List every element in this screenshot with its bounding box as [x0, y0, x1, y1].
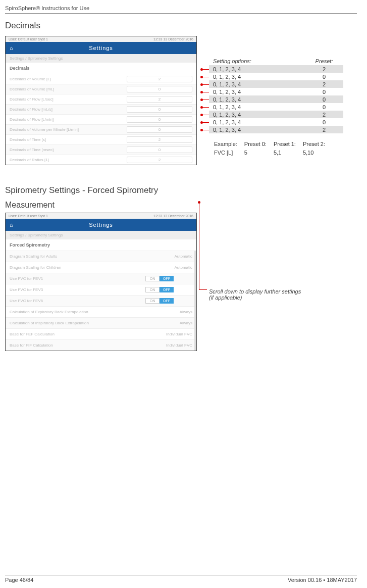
dropdown[interactable]: Always	[180, 321, 192, 325]
settings-row: Diagram Scaling for AdultsAutomatic	[6, 251, 196, 262]
settings-row: Decimals of Time [msec]0	[6, 144, 196, 155]
settings-row: Decimals of Flow [L/min]0	[6, 114, 196, 124]
toggle-on[interactable]: ON	[145, 298, 160, 304]
row-value[interactable]: 2	[127, 76, 192, 82]
row-label: Decimals of Time [msec]	[10, 148, 127, 152]
settings-row: Use FVC for FEV1ONOFF	[6, 273, 196, 284]
options-cell: 0, 1, 2, 3, 4	[213, 81, 309, 87]
row-label: Decimals of Volume [L]	[10, 77, 127, 81]
options-row: 0, 1, 2, 3, 40	[209, 95, 343, 103]
col-preset: Preset:	[309, 58, 339, 64]
row-label: Calculation of Inspiratory Back Extrapol…	[10, 321, 180, 325]
row-label: Decimals of Time [s]	[10, 137, 127, 142]
toggle[interactable]: ONOFF	[127, 276, 192, 281]
options-row: 0, 1, 2, 3, 40	[209, 73, 343, 80]
dropdown[interactable]: Individual FVC	[166, 343, 192, 348]
row-value[interactable]: 0	[127, 86, 192, 92]
toggle-on[interactable]: ON	[145, 287, 160, 292]
dropdown[interactable]: Always	[180, 310, 192, 314]
options-row: 0, 1, 2, 3, 40	[209, 118, 343, 126]
preset-cell: 0	[309, 89, 339, 95]
row-value[interactable]: 2	[127, 157, 192, 163]
example-block: Example: Preset 0: Preset 1: Preset 2: F…	[209, 139, 343, 158]
row-label: Decimals of Flow [mL/s]	[10, 107, 127, 112]
settings-row: Decimals of Time [s]2	[6, 134, 196, 144]
status-left: User: Default user Syst 1	[9, 37, 48, 41]
row-label: Base for FEF Calculation	[10, 332, 166, 336]
heading-decimals: Decimals	[5, 21, 357, 31]
preset-cell: 0	[309, 104, 339, 110]
section-head: Decimals	[6, 63, 196, 74]
home-icon[interactable]: ⌂	[10, 222, 14, 228]
row-label: Calculation of Expiratory Back Extrapola…	[10, 310, 180, 314]
preset-cell: 0	[309, 119, 339, 125]
status-right: 12:33 13 December 2016	[153, 37, 193, 41]
toggle[interactable]: ONOFF	[127, 298, 192, 304]
settings-row: Decimals of Volume [mL]0	[6, 84, 196, 94]
home-icon[interactable]: ⌂	[10, 45, 14, 51]
preset-cell: 0	[309, 96, 339, 103]
options-cell: 0, 1, 2, 3, 4	[213, 127, 309, 133]
row-label: Use FVC for FEV3	[10, 287, 127, 292]
row-label: Decimals of Ratios [1]	[10, 158, 127, 162]
forced-spiro-screenshot: User: Default user Syst 1 12:33 13 Decem…	[5, 213, 197, 351]
options-cell: 0, 1, 2, 3, 4	[213, 112, 309, 118]
titlebar-text: Settings	[89, 45, 113, 51]
toggle-off[interactable]: OFF	[160, 298, 174, 304]
page-number: Page 46/84	[5, 577, 33, 583]
row-label: Decimals of Volume [mL]	[10, 87, 127, 91]
row-value[interactable]: 0	[127, 116, 192, 123]
options-cell: 0, 1, 2, 3, 4	[213, 89, 309, 95]
toggle-off[interactable]: OFF	[160, 287, 174, 292]
options-row: 0, 1, 2, 3, 40	[209, 103, 343, 111]
settings-row: Decimals of Volume [L]2	[6, 74, 196, 84]
doc-header: SpiroSphere® Instructions for Use	[5, 5, 357, 14]
settings-row: Decimals of Flow [mL/s]0	[6, 104, 196, 114]
row-value[interactable]: 2	[127, 136, 192, 143]
scroll-note: Scroll down to display further settings …	[209, 288, 301, 301]
settings-row: Use FVC for FEV6ONOFF	[6, 295, 196, 306]
preset-cell: 2	[309, 66, 339, 72]
preset-cell: 2	[309, 112, 339, 118]
row-label: Use FVC for FEV1	[10, 276, 127, 281]
settings-row: Base for FEF CalculationIndividual FVC	[6, 328, 196, 339]
options-cell: 0, 1, 2, 3, 4	[213, 66, 309, 72]
settings-row: Decimals of Flow [L/sec]2	[6, 94, 196, 104]
toggle[interactable]: ONOFF	[127, 287, 192, 292]
options-row: 0, 1, 2, 3, 42	[209, 80, 343, 88]
row-label: Use FVC for FEV6	[10, 299, 127, 303]
options-row: 0, 1, 2, 3, 42	[209, 111, 343, 118]
options-row: 0, 1, 2, 3, 42	[209, 126, 343, 133]
row-label: Base for FIF Calculation	[10, 343, 166, 348]
settings-row: Calculation of Expiratory Back Extrapola…	[6, 306, 196, 317]
scrollbar[interactable]	[194, 251, 196, 351]
toggle-off[interactable]: OFF	[160, 276, 174, 281]
row-value[interactable]: 2	[127, 96, 192, 103]
settings-row: Decimals of Volume per Minute [L/min]0	[6, 124, 196, 134]
decimals-screenshot: User: Default user Syst 1 12:33 13 Decem…	[5, 36, 197, 165]
col-setting-options: Setting options:	[213, 58, 309, 64]
options-cell: 0, 1, 2, 3, 4	[213, 74, 309, 80]
preset-cell: 2	[309, 127, 339, 133]
row-value[interactable]: 0	[127, 146, 192, 153]
breadcrumb: Settings / Spirometry Settings	[6, 231, 196, 239]
dropdown[interactable]: Automatic	[174, 254, 192, 259]
row-value[interactable]: 0	[127, 126, 192, 133]
row-value[interactable]: 0	[127, 106, 192, 113]
settings-row: Calculation of Inspiratory Back Extrapol…	[6, 317, 196, 328]
settings-row: Decimals of Ratios [1]2	[6, 155, 196, 165]
options-row: 0, 1, 2, 3, 40	[209, 88, 343, 95]
titlebar-text: Settings	[89, 222, 113, 228]
options-row: 0, 1, 2, 3, 42	[209, 65, 343, 73]
settings-row: Use FVC for FEV3ONOFF	[6, 284, 196, 295]
row-label: Decimals of Flow [L/sec]	[10, 97, 127, 102]
preset-cell: 0	[309, 74, 339, 80]
row-label: Decimals of Flow [L/min]	[10, 117, 127, 122]
subheading-measurement: Measurement	[5, 201, 357, 210]
breadcrumb: Settings / Spirometry Settings	[6, 54, 196, 63]
options-cell: 0, 1, 2, 3, 4	[213, 96, 309, 103]
dropdown[interactable]: Individual FVC	[166, 332, 192, 336]
row-label: Decimals of Volume per Minute [L/min]	[10, 127, 127, 132]
dropdown[interactable]: Automatic	[174, 265, 192, 270]
toggle-on[interactable]: ON	[145, 276, 160, 281]
